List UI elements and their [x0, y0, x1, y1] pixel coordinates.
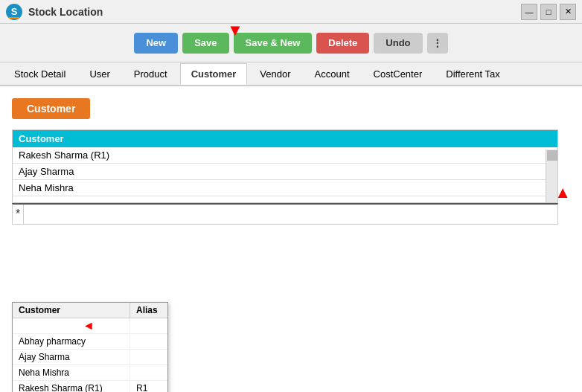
delete-button[interactable]: Delete — [316, 33, 369, 54]
dropdown-cell-alias — [130, 355, 167, 359]
tab-stock-detail[interactable]: Stock Detail — [3, 63, 77, 84]
save-button[interactable]: Save — [182, 33, 228, 54]
dropdown-cell-alias: R1 — [130, 381, 167, 392]
bottom-input-row: * — [12, 203, 558, 225]
tab-different-tax[interactable]: Different Tax — [435, 63, 511, 84]
toolbar: ▼ New Save Save & New Delete Undo ⋮ — [0, 24, 582, 62]
main-content: Customer Customer Rakesh Sharma (R1) Aja… — [0, 86, 582, 392]
more-button[interactable]: ⋮ — [427, 33, 448, 54]
tab-vendor[interactable]: Vendor — [249, 63, 301, 84]
restore-button[interactable]: □ — [540, 4, 557, 20]
new-row-indicator: * — [13, 205, 24, 224]
col-header-alias: Alias — [130, 303, 167, 318]
dropdown-row[interactable]: Neha Mishra — [13, 365, 167, 381]
customer-list: Rakesh Sharma (R1) Ajay Sharma Neha Mish… — [13, 147, 557, 202]
window-controls: — □ ✕ — [521, 4, 576, 20]
list-item[interactable]: Rakesh Sharma (R1) — [13, 147, 557, 164]
customer-dropdown: Customer Alias --New-- ◄ Abhay pharmacy … — [12, 302, 168, 392]
dropdown-row[interactable]: Ajay Sharma — [13, 350, 167, 365]
title-bar: S Stock Location — □ ✕ — [0, 0, 582, 24]
dropdown-cell-alias — [130, 339, 167, 344]
dropdown-cell-alias — [130, 324, 167, 328]
dropdown-row[interactable]: --New-- ◄ — [13, 318, 167, 334]
app-title: Stock Location — [28, 6, 521, 18]
dropdown-cell-customer: Rakesh Sharma (R1) — [13, 381, 130, 392]
save-new-button[interactable]: Save & New — [234, 33, 313, 54]
minimize-button[interactable]: — — [521, 4, 537, 20]
dropdown-cell-alias — [130, 370, 167, 375]
dropdown-cell-customer: Neha Mishra — [13, 365, 130, 380]
customer-input[interactable] — [24, 205, 557, 224]
section-scrollbar[interactable] — [546, 150, 557, 202]
customer-section-header: Customer — [13, 130, 557, 147]
customer-action-button[interactable]: Customer — [12, 98, 90, 119]
close-button[interactable]: ✕ — [560, 4, 576, 20]
tab-account[interactable]: Account — [304, 63, 361, 84]
customer-section: Customer Rakesh Sharma (R1) Ajay Sharma … — [12, 129, 558, 203]
arrow-new-row: ◄ — [83, 319, 95, 332]
list-item[interactable]: Neha Mishra — [13, 180, 557, 196]
new-button[interactable]: New — [134, 33, 178, 54]
app-logo: S — [6, 4, 22, 20]
list-item[interactable]: Ajay Sharma — [13, 164, 557, 180]
dropdown-cell-customer: Abhay pharmacy — [13, 334, 130, 349]
undo-button[interactable]: Undo — [374, 33, 422, 54]
dropdown-cell-customer: Ajay Sharma — [13, 350, 130, 364]
tabs-bar: Stock Detail User Product Customer Vendo… — [0, 62, 582, 86]
scroll-thumb — [547, 150, 557, 161]
tab-product[interactable]: Product — [123, 63, 179, 84]
dropdown-row[interactable]: Abhay pharmacy — [13, 334, 167, 350]
col-header-customer: Customer — [13, 303, 130, 318]
tab-user[interactable]: User — [78, 63, 121, 84]
dropdown-row[interactable]: Rakesh Sharma (R1) R1 — [13, 381, 167, 392]
tab-costcenter[interactable]: CostCenter — [362, 63, 434, 84]
tab-customer[interactable]: Customer — [180, 63, 248, 85]
dropdown-cell-customer: --New-- — [13, 318, 130, 333]
dropdown-header: Customer Alias — [13, 303, 167, 318]
